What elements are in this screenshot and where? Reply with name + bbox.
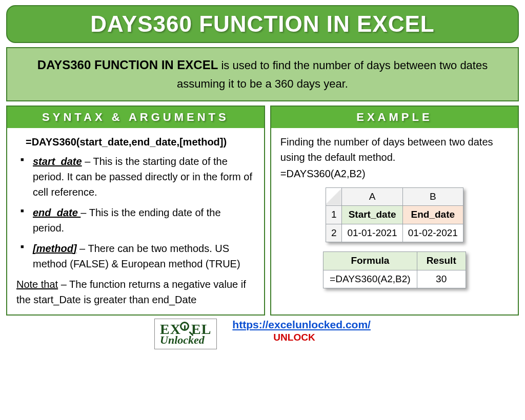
logo-line: EXEL Unlocked xyxy=(160,321,211,347)
title-bar: DAYS360 FUNCTION IN EXCEL xyxy=(6,5,519,43)
arg-item: [method] – There can be two methods. US … xyxy=(21,241,255,271)
footer: EXEL Unlocked https://excelunlocked.com/… xyxy=(6,319,519,349)
arg-name: end_date xyxy=(33,207,80,218)
result-formula-cell: =DAYS360(A2,B2) xyxy=(324,270,417,288)
table-corner xyxy=(326,187,342,206)
col-header-a: A xyxy=(342,187,402,206)
example-body: Finding the number of days between two d… xyxy=(271,128,518,296)
description-rest: is used to find the number of days betwe… xyxy=(177,59,488,90)
description-bold: DAYS360 FUNCTION IN EXCEL xyxy=(37,58,218,72)
value-cell-start-date: 01-01-2021 xyxy=(342,224,402,242)
argument-list: start_date – This is the starting date o… xyxy=(16,154,255,271)
columns: SYNTAX & ARGUMENTS =DAYS360(start_date,e… xyxy=(6,106,519,316)
arg-name: start_date xyxy=(33,156,82,167)
syntax-heading: SYNTAX & ARGUMENTS xyxy=(7,107,264,128)
example-formula: =DAYS360(A2,B2) xyxy=(280,166,509,181)
example-data-table: A B 1 Start_date End_date 2 01-01-2021 0… xyxy=(326,187,463,243)
description-bar: DAYS360 FUNCTION IN EXCEL is used to fin… xyxy=(6,47,519,101)
col-header-b: B xyxy=(402,187,463,206)
value-cell-end-date: 01-02-2021 xyxy=(402,224,463,242)
row-header-1: 1 xyxy=(326,206,342,224)
arg-name: [method] xyxy=(33,243,77,254)
example-heading: EXAMPLE xyxy=(271,107,518,128)
footer-links: https://excelunlocked.com/ UNLOCK xyxy=(232,319,371,343)
syntax-panel: SYNTAX & ARGUMENTS =DAYS360(start_date,e… xyxy=(6,106,265,316)
site-link[interactable]: https://excelunlocked.com/ xyxy=(232,319,371,330)
page-title: DAYS360 FUNCTION IN EXCEL xyxy=(7,11,518,37)
example-panel: EXAMPLE Finding the number of days betwe… xyxy=(270,106,519,316)
result-header-formula: Formula xyxy=(324,252,417,270)
header-cell-start-date: Start_date xyxy=(342,206,402,224)
example-result-table: Formula Result =DAYS360(A2,B2) 30 xyxy=(323,251,466,288)
result-header-result: Result xyxy=(417,252,466,270)
arg-item: end_date – This is the ending date of th… xyxy=(21,205,255,236)
logo: EXEL Unlocked xyxy=(154,319,217,349)
logo-text-unlocked: Unlocked xyxy=(160,333,211,347)
magnifier-icon xyxy=(180,322,192,334)
example-intro: Finding the number of days between two d… xyxy=(280,134,509,165)
syntax-formula: =DAYS360(start_date,end_date,[method]) xyxy=(26,134,255,150)
header-cell-end-date: End_date xyxy=(402,206,463,224)
result-value-cell: 30 xyxy=(417,270,466,288)
infographic-page: DAYS360 FUNCTION IN EXCEL DAYS360 FUNCTI… xyxy=(0,0,525,349)
syntax-note: Note that – The function returns a negat… xyxy=(16,277,255,307)
arg-item: start_date – This is the starting date o… xyxy=(21,154,255,200)
unlock-text: UNLOCK xyxy=(273,332,371,343)
row-header-2: 2 xyxy=(326,224,342,242)
syntax-body: =DAYS360(start_date,end_date,[method]) s… xyxy=(7,128,264,314)
note-label: Note that xyxy=(16,279,58,290)
